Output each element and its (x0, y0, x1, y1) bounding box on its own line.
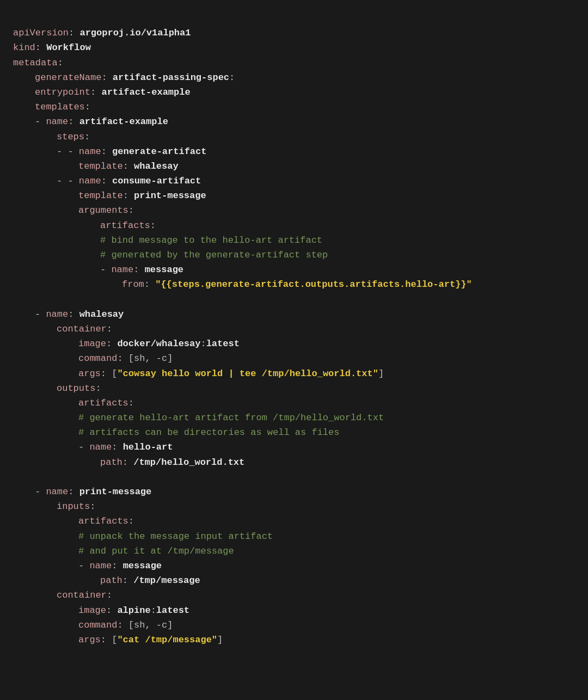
code-line: container: (13, 322, 575, 336)
punctuation-token: : (144, 279, 155, 290)
code-line: - name: artifact-example (13, 114, 575, 129)
value-bold-token: latest (156, 605, 189, 616)
comment-token: # generate hello-art artifact from /tmp/… (78, 413, 384, 423)
code-line: arguments: (13, 203, 575, 218)
code-line: - name: print-message (13, 484, 575, 499)
key-token: image (78, 605, 106, 616)
key-token: name (46, 487, 68, 497)
code-line: steps: (13, 130, 575, 144)
punctuation-token: : (112, 561, 122, 571)
key-token: name (79, 146, 101, 157)
string-token: "cat /tmp/message" (117, 635, 217, 645)
comment-token: # bind message to the hello-art artifact (100, 235, 322, 245)
key-token: entrypoint (35, 87, 90, 97)
punctuation-token: : (123, 191, 134, 201)
code-line: path: /tmp/hello_world.txt (13, 455, 575, 470)
code-line: template: whalesay (13, 159, 575, 174)
comment-token: # artifacts can be directories as well a… (78, 427, 339, 438)
punctuation-token: : [ (101, 369, 118, 379)
code-line: artifacts: (13, 396, 575, 410)
comment-token: # unpack the message input artifact (78, 531, 273, 542)
code-line: path: /tmp/message (13, 573, 575, 588)
code-line: outputs: (13, 381, 575, 396)
code-line: args: ["cat /tmp/message"] (13, 633, 575, 647)
value-bold-token: print-message (79, 487, 152, 497)
code-line: - name: message (13, 262, 575, 277)
code-line: - - name: consume-artifact (13, 174, 575, 188)
punctuation-token: : (90, 501, 95, 512)
key-token: path (100, 457, 122, 468)
key-token: artifacts (78, 398, 128, 408)
code-line: image: alpine:latest (13, 603, 575, 618)
key-token: arguments (78, 205, 128, 216)
punctuation-token: : (107, 590, 112, 600)
value-bold-token: consume-artifact (112, 176, 201, 186)
code-line: kind: Workflow (13, 40, 575, 55)
punctuation-token: : (106, 339, 117, 349)
key-token: from (122, 279, 144, 290)
code-line: apiVersion: argoproj.io/v1alpha1 (13, 26, 575, 40)
key-token: name (111, 265, 133, 275)
key-token: template (78, 191, 123, 201)
comment-token: # and put it at /tmp/message (78, 546, 234, 556)
punctuation-token: : (128, 398, 134, 408)
punctuation-token: : [ (101, 635, 118, 645)
punctuation-token: : (58, 58, 63, 68)
code-line: inputs: (13, 499, 575, 514)
string-token: "{{steps.generate-artifact.outputs.artif… (155, 279, 472, 290)
value-bold-token: artifact-passing-spec (113, 72, 229, 83)
punctuation-token: : (122, 457, 133, 468)
code-line: generateName: artifact-passing-spec: (13, 70, 575, 85)
punctuation-token: : (101, 146, 112, 157)
value-bold-token: /tmp/message (133, 575, 200, 586)
value-bold-token: argoproj.io/v1alpha1 (79, 28, 191, 38)
punctuation-token: : (90, 87, 101, 97)
code-line: image: docker/whalesay:latest (13, 336, 575, 351)
punctuation-token: : (123, 161, 134, 171)
code-line: artifacts: (13, 218, 575, 233)
value-bold-token: message (123, 561, 162, 571)
code-line: # generate hello-art artifact from /tmp/… (13, 410, 575, 425)
punctuation-token: - (35, 487, 46, 497)
code-line: entrypoint: artifact-example (13, 85, 575, 100)
code-line: command: [sh, -c] (13, 618, 575, 633)
punctuation-token: : (112, 442, 122, 452)
punctuation-token: ] (167, 620, 173, 630)
punctuation-token: ] (378, 369, 384, 379)
punctuation-token: - (78, 442, 89, 452)
punctuation-token: - (35, 116, 46, 127)
code-line: - name: message (13, 558, 575, 573)
key-token: artifacts (100, 220, 150, 231)
punctuation-token: - (78, 561, 89, 571)
code-line: # and put it at /tmp/message (13, 544, 575, 558)
punctuation-token: - (100, 265, 111, 275)
code-line: # artifacts can be directories as well a… (13, 425, 575, 440)
key-token: apiVersion (13, 28, 69, 38)
code-line: from: "{{steps.generate-artifact.outputs… (13, 277, 575, 292)
punctuation-token: : (200, 339, 206, 349)
key-token: inputs (57, 501, 90, 512)
value-bold-token: Workflow (46, 42, 91, 53)
key-token: args (78, 369, 101, 379)
key-token: templates (35, 102, 85, 112)
value-normal-token: sh, -c (134, 620, 167, 630)
code-line: artifacts: (13, 514, 575, 529)
key-token: path (100, 575, 122, 586)
key-token: kind (13, 42, 35, 53)
value-bold-token: hello-art (123, 442, 173, 452)
code-line: command: [sh, -c] (13, 351, 575, 366)
value-bold-token: generate-artifact (112, 146, 206, 157)
key-token: steps (57, 132, 84, 142)
code-line: - name: whalesay (13, 307, 575, 322)
code-line: # bind message to the hello-art artifact (13, 233, 575, 248)
value-bold-token: /tmp/hello_world.txt (133, 457, 244, 468)
punctuation-token: : (133, 265, 144, 275)
key-token: name (46, 309, 68, 320)
key-token: args (78, 635, 101, 645)
punctuation-token: : (85, 102, 90, 112)
code-line: template: print-message (13, 188, 575, 203)
blank-line (13, 470, 575, 484)
key-token: artifacts (78, 516, 128, 526)
key-token: container (57, 590, 107, 600)
key-token: container (57, 324, 107, 334)
